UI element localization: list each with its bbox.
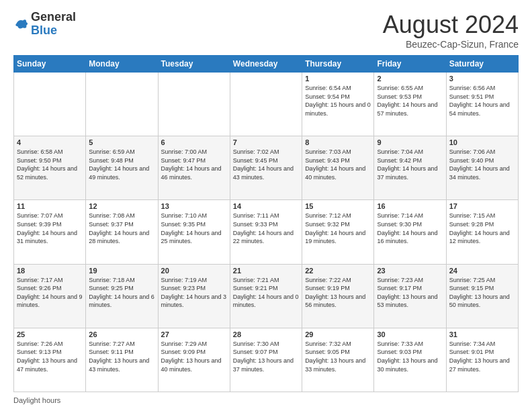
day-number: 15 [305,202,371,210]
week-row-2: 4Sunrise: 6:58 AMSunset: 9:50 PMDaylight… [14,136,519,200]
calendar-cell: 30Sunrise: 7:33 AMSunset: 9:03 PMDayligh… [374,328,446,392]
day-number: 25 [17,330,83,338]
day-number: 14 [233,202,299,210]
day-info: Sunrise: 7:10 AMSunset: 9:35 PMDaylight:… [161,212,227,245]
header: General Blue August 2024 Beuzec-Cap-Sizu… [13,11,519,50]
calendar-cell: 21Sunrise: 7:21 AMSunset: 9:21 PMDayligh… [230,264,302,328]
calendar-cell: 18Sunrise: 7:17 AMSunset: 9:26 PMDayligh… [14,264,86,328]
calendar-cell: 23Sunrise: 7:23 AMSunset: 9:17 PMDayligh… [374,264,446,328]
day-number: 23 [377,267,443,275]
day-info: Sunrise: 6:56 AMSunset: 9:51 PMDaylight:… [449,84,515,118]
day-info: Sunrise: 6:58 AMSunset: 9:50 PMDaylight:… [17,148,83,181]
logo: General Blue [13,11,76,38]
day-number: 24 [449,267,515,275]
calendar-cell: 8Sunrise: 7:03 AMSunset: 9:43 PMDaylight… [302,136,374,200]
header-day-monday: Monday [86,56,158,73]
calendar-cell: 14Sunrise: 7:11 AMSunset: 9:33 PMDayligh… [230,200,302,264]
day-info: Sunrise: 7:17 AMSunset: 9:26 PMDaylight:… [17,276,83,310]
calendar-cell: 16Sunrise: 7:14 AMSunset: 9:30 PMDayligh… [374,200,446,264]
day-number: 11 [17,202,83,210]
calendar-cell: 5Sunrise: 6:59 AMSunset: 9:48 PMDaylight… [86,136,158,200]
calendar-cell [230,73,302,136]
calendar-cell: 6Sunrise: 7:00 AMSunset: 9:47 PMDaylight… [158,136,230,200]
week-row-5: 25Sunrise: 7:26 AMSunset: 9:13 PMDayligh… [14,328,519,392]
header-day-thursday: Thursday [302,56,374,73]
calendar-cell: 11Sunrise: 7:07 AMSunset: 9:39 PMDayligh… [14,200,86,264]
day-number: 17 [449,202,515,210]
calendar-cell: 17Sunrise: 7:15 AMSunset: 9:28 PMDayligh… [446,200,518,264]
logo-icon [13,16,30,32]
page: General Blue August 2024 Beuzec-Cap-Sizu… [0,0,532,411]
calendar-table: SundayMondayTuesdayWednesdayThursdayFrid… [13,55,519,392]
header-day-sunday: Sunday [14,56,86,73]
day-info: Sunrise: 7:08 AMSunset: 9:37 PMDaylight:… [89,212,154,245]
day-info: Sunrise: 7:12 AMSunset: 9:32 PMDaylight:… [305,212,371,245]
footer-text: Daylight hours [13,396,60,404]
day-number: 6 [161,138,227,146]
calendar-cell: 7Sunrise: 7:02 AMSunset: 9:45 PMDaylight… [230,136,302,200]
day-number: 16 [377,202,443,210]
calendar-header-row: SundayMondayTuesdayWednesdayThursdayFrid… [14,56,519,73]
calendar-cell: 9Sunrise: 7:04 AMSunset: 9:42 PMDaylight… [374,136,446,200]
calendar-cell: 1Sunrise: 6:54 AMSunset: 9:54 PMDaylight… [302,73,374,136]
calendar-cell: 10Sunrise: 7:06 AMSunset: 9:40 PMDayligh… [446,136,518,200]
calendar-cell: 19Sunrise: 7:18 AMSunset: 9:25 PMDayligh… [86,264,158,328]
day-number: 21 [233,267,299,275]
week-row-4: 18Sunrise: 7:17 AMSunset: 9:26 PMDayligh… [14,264,519,328]
calendar-title: August 2024 [383,11,519,39]
day-number: 13 [161,202,227,210]
day-info: Sunrise: 7:27 AMSunset: 9:11 PMDaylight:… [89,340,154,373]
calendar-cell: 27Sunrise: 7:29 AMSunset: 9:09 PMDayligh… [158,328,230,392]
calendar-cell: 22Sunrise: 7:22 AMSunset: 9:19 PMDayligh… [302,264,374,328]
day-info: Sunrise: 7:02 AMSunset: 9:45 PMDaylight:… [233,148,299,181]
calendar-cell: 31Sunrise: 7:34 AMSunset: 9:01 PMDayligh… [446,328,518,392]
calendar-cell [14,73,86,136]
day-number: 26 [89,330,154,338]
day-info: Sunrise: 7:34 AMSunset: 9:01 PMDaylight:… [449,340,515,373]
day-info: Sunrise: 7:03 AMSunset: 9:43 PMDaylight:… [305,148,371,181]
day-info: Sunrise: 7:18 AMSunset: 9:25 PMDaylight:… [89,276,154,310]
week-row-3: 11Sunrise: 7:07 AMSunset: 9:39 PMDayligh… [14,200,519,264]
day-info: Sunrise: 6:59 AMSunset: 9:48 PMDaylight:… [89,148,154,181]
header-day-wednesday: Wednesday [230,56,302,73]
day-number: 20 [161,267,227,275]
day-info: Sunrise: 6:54 AMSunset: 9:54 PMDaylight:… [305,84,371,118]
day-info: Sunrise: 7:07 AMSunset: 9:39 PMDaylight:… [17,212,83,245]
calendar-cell: 28Sunrise: 7:30 AMSunset: 9:07 PMDayligh… [230,328,302,392]
day-info: Sunrise: 7:19 AMSunset: 9:23 PMDaylight:… [161,276,227,310]
day-info: Sunrise: 7:26 AMSunset: 9:13 PMDaylight:… [17,340,83,373]
day-number: 31 [449,330,515,338]
day-info: Sunrise: 7:22 AMSunset: 9:19 PMDaylight:… [305,276,371,310]
day-number: 5 [89,138,154,146]
day-number: 28 [233,330,299,338]
day-info: Sunrise: 7:25 AMSunset: 9:15 PMDaylight:… [449,276,515,310]
day-info: Sunrise: 7:32 AMSunset: 9:05 PMDaylight:… [305,340,371,373]
day-number: 12 [89,202,154,210]
week-row-1: 1Sunrise: 6:54 AMSunset: 9:54 PMDaylight… [14,73,519,136]
day-number: 2 [377,75,443,83]
day-number: 27 [161,330,227,338]
day-info: Sunrise: 7:11 AMSunset: 9:33 PMDaylight:… [233,212,299,245]
day-info: Sunrise: 6:55 AMSunset: 9:53 PMDaylight:… [377,84,443,118]
calendar-subtitle: Beuzec-Cap-Sizun, France [383,39,519,50]
day-number: 18 [17,267,83,275]
calendar-cell: 12Sunrise: 7:08 AMSunset: 9:37 PMDayligh… [86,200,158,264]
header-day-saturday: Saturday [446,56,518,73]
calendar-cell [158,73,230,136]
day-number: 9 [377,138,443,146]
day-info: Sunrise: 7:29 AMSunset: 9:09 PMDaylight:… [161,340,227,373]
calendar-cell: 3Sunrise: 6:56 AMSunset: 9:51 PMDaylight… [446,73,518,136]
day-number: 1 [305,75,371,83]
footer: Daylight hours [13,396,519,404]
calendar-cell: 2Sunrise: 6:55 AMSunset: 9:53 PMDaylight… [374,73,446,136]
day-info: Sunrise: 7:15 AMSunset: 9:28 PMDaylight:… [449,212,515,245]
logo-text: General Blue [31,11,76,38]
day-number: 29 [305,330,371,338]
day-info: Sunrise: 7:21 AMSunset: 9:21 PMDaylight:… [233,276,299,310]
day-number: 22 [305,267,371,275]
calendar-cell: 29Sunrise: 7:32 AMSunset: 9:05 PMDayligh… [302,328,374,392]
calendar-cell: 13Sunrise: 7:10 AMSunset: 9:35 PMDayligh… [158,200,230,264]
logo-blue: Blue [31,24,76,38]
day-info: Sunrise: 7:00 AMSunset: 9:47 PMDaylight:… [161,148,227,181]
day-number: 7 [233,138,299,146]
